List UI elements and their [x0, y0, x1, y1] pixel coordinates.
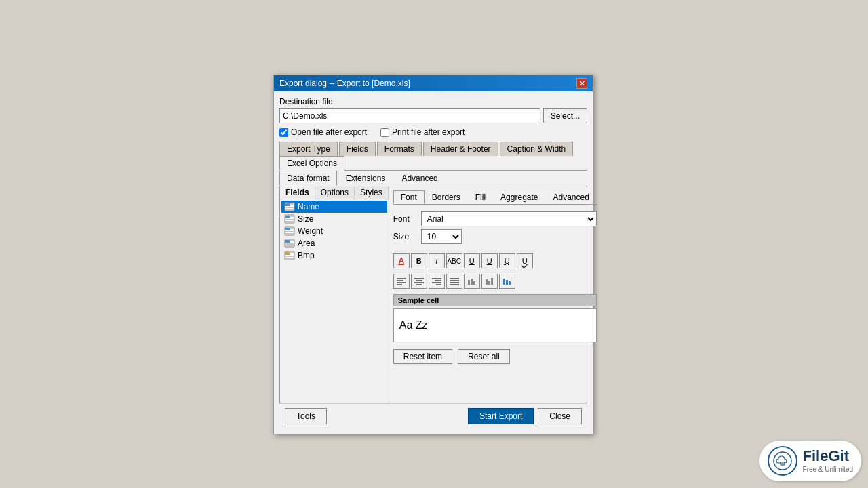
- align-justify-button[interactable]: [446, 274, 462, 289]
- svg-rect-44: [486, 279, 488, 285]
- start-export-button[interactable]: Start Export: [468, 408, 534, 424]
- tab-export-type[interactable]: Export Type: [279, 142, 338, 156]
- svg-rect-21: [285, 252, 290, 255]
- tab-formats[interactable]: Formats: [377, 142, 422, 156]
- sample-cell-header: Sample cell: [393, 294, 597, 306]
- open-file-checkbox[interactable]: [279, 128, 288, 137]
- svg-rect-16: [285, 240, 290, 243]
- format-toolbar: A B I ABC U U U U: [393, 253, 597, 268]
- field-icon: [284, 214, 295, 224]
- svg-rect-42: [471, 279, 473, 285]
- open-file-label[interactable]: Open file after export: [279, 127, 367, 137]
- destination-label: Destination file: [279, 97, 587, 106]
- bold-button[interactable]: B: [411, 253, 427, 268]
- align-right-icon: [432, 277, 441, 285]
- svg-rect-41: [468, 280, 470, 285]
- reset-all-button[interactable]: Reset all: [458, 349, 510, 364]
- sub-tab-data-format[interactable]: Data format: [279, 171, 337, 186]
- svg-rect-46: [491, 278, 493, 285]
- align-right-button[interactable]: [429, 274, 445, 289]
- bar-chart2-button[interactable]: [481, 274, 498, 289]
- reset-row: Reset item Reset all: [393, 349, 597, 364]
- bottom-bar: Tools Start Export Close: [279, 403, 587, 428]
- content-area: Fields Options Styles Name: [279, 186, 587, 403]
- tab-fields[interactable]: Fields: [339, 142, 376, 156]
- sub-tab-extensions[interactable]: Extensions: [338, 171, 393, 186]
- bar-chart2-icon: [485, 277, 494, 285]
- svg-rect-1: [285, 203, 290, 206]
- filegit-sub: Free & Unlimited: [803, 464, 853, 473]
- sub-tabs: Data format Extensions Advanced: [279, 171, 587, 186]
- field-icon: [284, 251, 295, 260]
- fields-sub-tab-styles[interactable]: Styles: [355, 186, 389, 199]
- export-dialog: Export dialog -- Export to [Demo.xls] ✕ …: [273, 75, 593, 434]
- field-icon: [284, 202, 295, 211]
- sample-cell-text: Aa Zz: [399, 319, 428, 331]
- fields-sub-tab-fields[interactable]: Fields: [280, 186, 315, 199]
- filegit-text: FileGit Free & Unlimited: [803, 449, 853, 473]
- print-file-label[interactable]: Print file after export: [380, 127, 465, 137]
- title-bar: Export dialog -- Export to [Demo.xls] ✕: [274, 75, 593, 92]
- italic-button[interactable]: I: [429, 253, 445, 268]
- fields-list: Name Size: [280, 199, 389, 403]
- close-dialog-button[interactable]: Close: [538, 408, 582, 424]
- filegit-cloud-icon: [773, 451, 792, 470]
- tab-caption-width[interactable]: Caption & Width: [500, 142, 574, 156]
- right-tab-font[interactable]: Font: [393, 190, 425, 204]
- sample-cell-body: Aa Zz: [393, 308, 597, 342]
- font-label: Font: [393, 214, 417, 224]
- filegit-logo: FileGit Free & Unlimited: [760, 441, 861, 481]
- destination-row: Select...: [279, 108, 587, 123]
- filegit-icon: [768, 446, 797, 476]
- filegit-name: FileGit: [803, 449, 853, 464]
- options-row: Open file after export Print file after …: [279, 127, 587, 137]
- list-item[interactable]: Name: [281, 201, 387, 213]
- bar-chart3-button[interactable]: [499, 274, 515, 289]
- align-center-button[interactable]: [411, 274, 427, 289]
- font-color-button[interactable]: A: [393, 253, 410, 268]
- align-justify-icon: [450, 277, 459, 285]
- right-tab-aggregate[interactable]: Aggregate: [493, 190, 545, 204]
- list-item[interactable]: Area: [281, 237, 387, 249]
- svg-rect-49: [509, 281, 511, 285]
- list-item[interactable]: Bmp: [281, 249, 387, 262]
- tab-header-footer[interactable]: Header & Footer: [423, 142, 498, 156]
- destination-input[interactable]: [279, 108, 540, 123]
- underline4-button[interactable]: U: [517, 253, 533, 268]
- right-panel: Font Borders Fill Aggregate Advanced Fon…: [389, 186, 601, 403]
- svg-rect-11: [285, 228, 290, 230]
- svg-rect-47: [503, 279, 505, 285]
- list-item[interactable]: Size: [281, 213, 387, 225]
- sub-tab-advanced[interactable]: Advanced: [394, 171, 445, 186]
- bar-chart1-icon: [467, 277, 477, 285]
- align-center-icon: [414, 277, 424, 285]
- align-left-icon: [397, 277, 406, 285]
- dialog-body: Destination file Select... Open file aft…: [274, 92, 593, 434]
- dialog-title: Export dialog -- Export to [Demo.xls]: [279, 79, 410, 88]
- fields-sub-tab-options[interactable]: Options: [315, 186, 355, 199]
- size-select[interactable]: 10 8 12 14: [421, 229, 462, 244]
- font-section: Font Arial Times New Roman Calibri Size …: [393, 207, 597, 251]
- list-item[interactable]: Weight: [281, 225, 387, 237]
- fields-panel: Fields Options Styles Name: [280, 186, 389, 403]
- reset-item-button[interactable]: Reset item: [393, 349, 452, 364]
- tab-excel-options[interactable]: Excel Options: [279, 156, 344, 171]
- right-tab-borders[interactable]: Borders: [425, 190, 468, 204]
- field-icon: [284, 239, 295, 248]
- tools-button[interactable]: Tools: [285, 408, 327, 424]
- print-file-checkbox[interactable]: [380, 128, 389, 137]
- right-tab-fill[interactable]: Fill: [468, 190, 493, 204]
- font-row: Font Arial Times New Roman Calibri: [393, 211, 597, 226]
- strikethrough-button[interactable]: ABC: [446, 253, 462, 268]
- main-tabs: Export Type Fields Formats Header & Foot…: [279, 141, 587, 171]
- underline2-button[interactable]: U: [481, 253, 498, 268]
- close-icon[interactable]: ✕: [576, 78, 587, 89]
- align-left-button[interactable]: [393, 274, 410, 289]
- bar-chart1-button[interactable]: [464, 274, 480, 289]
- action-buttons: Start Export Close: [468, 408, 582, 424]
- underline-button[interactable]: U: [464, 253, 480, 268]
- right-tab-advanced[interactable]: Advanced: [546, 190, 597, 204]
- select-button[interactable]: Select...: [543, 108, 587, 123]
- underline3-button[interactable]: U: [499, 253, 515, 268]
- font-select[interactable]: Arial Times New Roman Calibri: [421, 211, 597, 226]
